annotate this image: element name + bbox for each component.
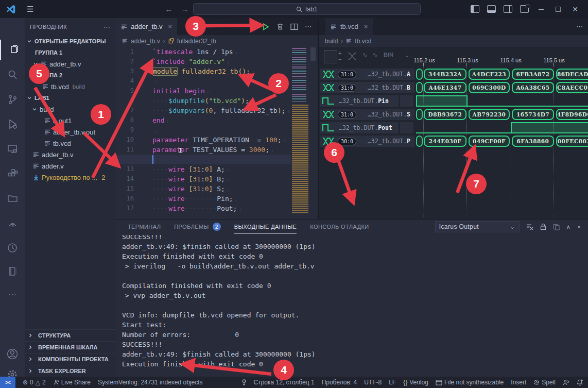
lock-icon[interactable] (540, 223, 546, 230)
live-share-icon[interactable] (0, 213, 25, 233)
signal-row-pin[interactable]: …32_tb.DUT.Pin (320, 95, 399, 107)
breadcrumb[interactable]: adder_tb.v › fulladder32_tb (116, 35, 318, 47)
code-line-12[interactable]: ↓ (116, 155, 291, 164)
code-line-10[interactable]: parameter TIME_OPERATION = 100;↓ (139, 135, 291, 145)
sidebar-section-task-explorer[interactable]: TASK EXPLORER (25, 365, 116, 377)
signal-row-a[interactable]: 31:0…32_tb.DUT.A (320, 69, 414, 80)
code-line-4[interactable]: ↓ (139, 76, 291, 86)
tree-item-build[interactable]: build (25, 104, 116, 115)
swatch-minus-button[interactable]: − (338, 57, 341, 62)
minimap[interactable] (291, 47, 314, 219)
trash-icon[interactable] (276, 23, 284, 30)
analog-style-icon[interactable]: ∿ (362, 51, 368, 59)
panel-tab-выходные-данные[interactable]: ВЫХОДНЫЕ ДАННЫЕ (234, 220, 297, 234)
code-line-11[interactable]: parameter TEST_VALUES = 3000;↓ (139, 145, 291, 155)
open-in-editor-icon[interactable] (553, 224, 560, 230)
signal-row-s[interactable]: 31:0…32_tb.DUT.S (320, 109, 414, 120)
tree-item--...[interactable]: Руководство по ...2 (25, 172, 116, 183)
code-line-16[interactable]: ····wire········Pin;↓ (139, 194, 291, 204)
nav-forward-icon[interactable]: → (181, 5, 188, 13)
tree-item-a.out1[interactable]: a.out1 (25, 115, 116, 126)
remote-explorer-icon[interactable] (0, 139, 25, 159)
run-and-debug-icon[interactable] (0, 114, 25, 134)
breadcrumb-symbol[interactable]: fulladder32_tb (177, 38, 216, 45)
project-folder-icon[interactable] (0, 188, 25, 209)
output-channel-select[interactable]: Icarus Output⌄ (435, 221, 520, 232)
code-line-2[interactable]: `include "adder.v"↓ (139, 57, 291, 66)
wave-breadcrumb[interactable]: build › tb.vcd (319, 35, 588, 47)
tab-tb-vcd[interactable]: tb.vcd × (325, 18, 373, 35)
code-line-9[interactable]: ↓ (139, 125, 291, 135)
code-line-5[interactable]: initial begin↓ (139, 86, 291, 96)
extensions-icon[interactable] (0, 163, 25, 184)
maximize-panel-icon[interactable]: ∧ (566, 224, 570, 230)
encoding-status[interactable]: UTF-8 (364, 379, 382, 386)
run-button[interactable] (262, 23, 270, 31)
live-share-button[interactable]: Live Share (53, 379, 91, 386)
tab-adder-tb[interactable]: adder_tb.v × (116, 18, 177, 35)
source-control-icon[interactable] (0, 89, 25, 110)
tree-item-adder_tb.v[interactable]: adder_tb.v (25, 149, 116, 160)
account-icon[interactable] (0, 344, 25, 364)
output-content[interactable]: SUCCESS!!!adder_tb.v:49: $finish called … (122, 235, 583, 377)
indentation-status[interactable]: Пробелов: 4 (322, 379, 357, 386)
explorer-icon[interactable] (0, 40, 26, 60)
cursor-position[interactable]: Строка 12, столбец 1 (254, 379, 315, 386)
tree-item--1[interactable]: ГРУППА 1 (25, 47, 116, 58)
signal-row-b[interactable]: 31:0…32_tb.DUT.B (320, 82, 414, 93)
bus-style-icon[interactable] (348, 53, 358, 60)
code-line-14[interactable]: ····wire [31:0] B;↓ (139, 174, 291, 184)
radix-select[interactable]: BIN (384, 52, 393, 58)
tree-item--2[interactable]: ГРУППА 2 (25, 70, 116, 81)
code-line-15[interactable]: ····wire [31:0] S;↓ (139, 184, 291, 194)
close-tab-icon[interactable]: × (364, 23, 368, 30)
tree-item-tb.vcd[interactable]: tb.vcd (25, 138, 116, 149)
tree-item-adder_tb.v[interactable]: adder_tb.v (25, 58, 116, 70)
tree-item-adder_tb.v.out[interactable]: adder_tb.v.out (25, 126, 116, 138)
language-mode[interactable]: {﻿}Verilog (403, 379, 428, 386)
breadcrumb-folder[interactable]: build (325, 38, 338, 45)
maximize-button[interactable]: ☐ (554, 5, 563, 13)
editor-more-icon[interactable]: ⋯ (576, 23, 583, 30)
code-line-3[interactable]: module fulladder32_tb();↓ (139, 66, 291, 76)
tree-item--[interactable]: ОТКРЫТЫЕ РЕДАКТОРЫ (25, 36, 116, 47)
close-window-button[interactable]: ✕ (570, 5, 580, 13)
minimize-button[interactable]: ─ (537, 5, 546, 13)
breadcrumb-file[interactable]: tb.vcd (355, 38, 371, 45)
editor-more-icon[interactable]: ⋯ (305, 23, 312, 30)
code-line-8[interactable]: end↓ (139, 115, 291, 125)
menu-icon[interactable]: ☰ (27, 5, 33, 14)
code-line-6[interactable]: ····$dumpfile("tb.vcd");↓ (139, 96, 291, 106)
toggle-secondary-sidebar-icon[interactable] (504, 5, 512, 13)
notifications-bell-icon[interactable] (577, 379, 583, 386)
notebook-icon[interactable] (0, 261, 25, 282)
sidebar-section-временная-шкала[interactable]: ВРЕМЕННАЯ ШКАЛА (25, 341, 116, 353)
signal-row-p[interactable]: 30:0…32_tb.DUT.P (320, 136, 414, 147)
explorer-more-icon[interactable]: ⋯ (103, 23, 111, 31)
search-icon[interactable] (0, 64, 25, 85)
split-editor-icon[interactable] (290, 23, 298, 30)
code-line-13[interactable]: ····wire [31:0] A;↓ (139, 164, 291, 174)
color-swatch-box[interactable] (324, 50, 337, 63)
indexer-status[interactable]: SystemVerilog: 24731 indexed objects (98, 379, 202, 386)
tree-item-lab1[interactable]: LAB1 (25, 92, 116, 104)
code-line-17[interactable]: ····wire········Pout;↓ (139, 204, 291, 213)
swatch-plus-button[interactable]: + (338, 50, 341, 56)
toggle-sidebar-icon[interactable] (471, 5, 479, 13)
sidebar-section-структура[interactable]: СТРУКТУРА (25, 329, 116, 341)
synthesizable-status[interactable]: File not synthesizable (436, 379, 504, 386)
analog-step-icon[interactable]: ∿ (372, 51, 378, 59)
clear-output-icon[interactable] (526, 223, 533, 230)
more-icon[interactable]: ⋯ (0, 284, 25, 305)
tree-item-tb.vcd[interactable]: tb.vcdbuild (25, 81, 116, 92)
insert-mode[interactable]: Insert (511, 379, 526, 386)
signal-row-pout[interactable]: …32_tb.DUT.Pout (320, 122, 399, 133)
panel-tab-терминал[interactable]: ТЕРМИНАЛ (128, 220, 161, 234)
command-center-search[interactable]: lab1 (193, 3, 421, 15)
panel-tab-проблемы[interactable]: ПРОБЛЕМЫ2 (174, 220, 220, 234)
sidebar-section-компоненты-проекта[interactable]: КОМПОНЕНТЫ ПРОЕКТА (25, 353, 116, 365)
close-panel-icon[interactable]: × (577, 224, 581, 230)
breadcrumb-file[interactable]: adder_tb.v (131, 38, 160, 45)
panel-tab-консоль-отладки[interactable]: КОНСОЛЬ ОТЛАДКИ (310, 220, 369, 234)
code-line-7[interactable]: ····$dumpvars(0, fulladder32_tb);↓ (139, 106, 291, 115)
